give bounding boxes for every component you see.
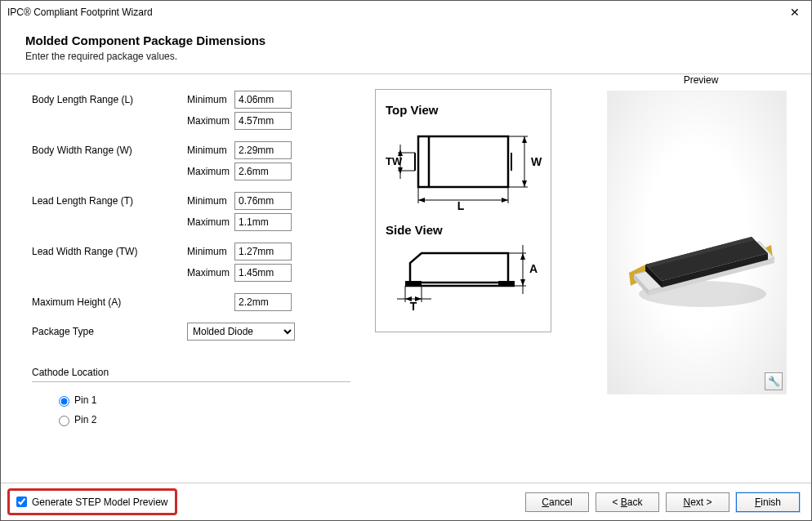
checkbox-generate-step[interactable]: [16, 497, 27, 507]
content: Body Length Range (L) Minimum Maximum Bo…: [1, 74, 811, 483]
svg-text:A: A: [529, 262, 538, 275]
divider: [32, 381, 350, 382]
label-lead-length: Lead Length Range (T): [32, 195, 187, 207]
radio-pin2[interactable]: [59, 416, 69, 426]
svg-marker-18: [502, 198, 508, 203]
input-body-width-max[interactable]: [234, 163, 292, 180]
label-max: Maximum: [187, 115, 234, 127]
input-lead-width-min[interactable]: [234, 243, 292, 260]
page-title: Molded Component Package Dimensions: [25, 33, 787, 47]
footer: Generate STEP Model Preview Cancel < Bac…: [1, 483, 811, 520]
wizard-window: IPC® Compliant Footprint Wizard ✕ Molded…: [0, 0, 812, 521]
svg-text:W: W: [531, 155, 542, 168]
form-column: Body Length Range (L) Minimum Maximum Bo…: [32, 89, 350, 483]
input-lead-length-max[interactable]: [234, 213, 292, 231]
svg-marker-27: [520, 279, 525, 286]
diagram-top-svg: TW W L: [386, 122, 542, 212]
input-body-length-min[interactable]: [234, 91, 292, 109]
page-subtitle: Enter the required package values.: [25, 51, 787, 62]
label-package-type: Package Type: [32, 326, 187, 337]
input-lead-length-min[interactable]: [234, 192, 292, 210]
group-body-length: Body Length Range (L) Minimum Maximum: [32, 89, 350, 131]
wrench-icon: 🔧: [768, 376, 780, 387]
svg-marker-26: [520, 253, 525, 260]
diagram-side-title: Side View: [386, 223, 541, 237]
select-package-type[interactable]: Molded Diode: [187, 323, 295, 341]
back-button[interactable]: < Back: [596, 492, 659, 512]
radio-pin1[interactable]: [59, 396, 69, 407]
titlebar: IPC® Compliant Footprint Wizard ✕: [1, 1, 811, 24]
svg-marker-17: [418, 198, 425, 203]
svg-text:TW: TW: [386, 155, 403, 167]
preview-settings-button[interactable]: 🔧: [765, 372, 783, 390]
window-title: IPC® Compliant Footprint Wizard: [7, 7, 785, 18]
svg-rect-0: [418, 136, 508, 187]
next-button[interactable]: Next >: [666, 492, 729, 512]
label-body-length: Body Length Range (L): [32, 94, 187, 105]
radio-row-pin1[interactable]: Pin 1: [55, 390, 350, 410]
group-lead-width: Lead Width Range (TW) Minimum Maximum: [32, 241, 350, 283]
finish-button[interactable]: Finish: [736, 492, 800, 512]
label-cathode-location: Cathode Location: [32, 367, 350, 378]
radio-row-pin2[interactable]: Pin 2: [55, 410, 350, 430]
close-icon[interactable]: ✕: [785, 6, 805, 19]
generate-step-highlight: Generate STEP Model Preview: [7, 488, 177, 515]
label-min: Minimum: [187, 94, 234, 105]
label-body-width: Body Width Range (W): [32, 145, 187, 156]
label-lead-width: Lead Width Range (TW): [32, 246, 187, 257]
preview-label: Preview: [607, 74, 795, 86]
cancel-button[interactable]: Cancel: [525, 492, 589, 512]
svg-marker-12: [522, 180, 527, 187]
preview-3d-viewport[interactable]: 🔧: [607, 91, 787, 394]
header: Molded Component Package Dimensions Ente…: [1, 24, 811, 74]
group-max-height: Maximum Height (A): [32, 292, 350, 313]
radio-pin2-label: Pin 2: [74, 414, 96, 425]
diagram-side-svg: A T: [386, 242, 542, 312]
diagram-column: Top View TW: [375, 89, 551, 483]
svg-text:L: L: [457, 199, 465, 212]
radio-pin1-label: Pin 1: [74, 394, 96, 406]
preview-3d-icon: [614, 203, 781, 317]
label-max-height: Maximum Height (A): [32, 296, 187, 308]
diagram-top-title: Top View: [386, 103, 541, 117]
group-body-width: Body Width Range (W) Minimum Maximum: [32, 140, 350, 182]
input-lead-width-max[interactable]: [234, 264, 292, 282]
input-body-length-max[interactable]: [234, 112, 292, 130]
group-package-type: Package Type Molded Diode: [32, 321, 350, 342]
preview-column: Preview: [607, 74, 795, 394]
label-generate-step: Generate STEP Model Preview: [32, 497, 168, 508]
group-lead-length: Lead Length Range (T) Minimum Maximum: [32, 190, 350, 233]
svg-marker-11: [522, 136, 527, 143]
diagram-box: Top View TW: [375, 89, 551, 332]
input-max-height[interactable]: [234, 293, 292, 311]
svg-text:T: T: [410, 300, 417, 312]
input-body-width-min[interactable]: [234, 141, 292, 159]
